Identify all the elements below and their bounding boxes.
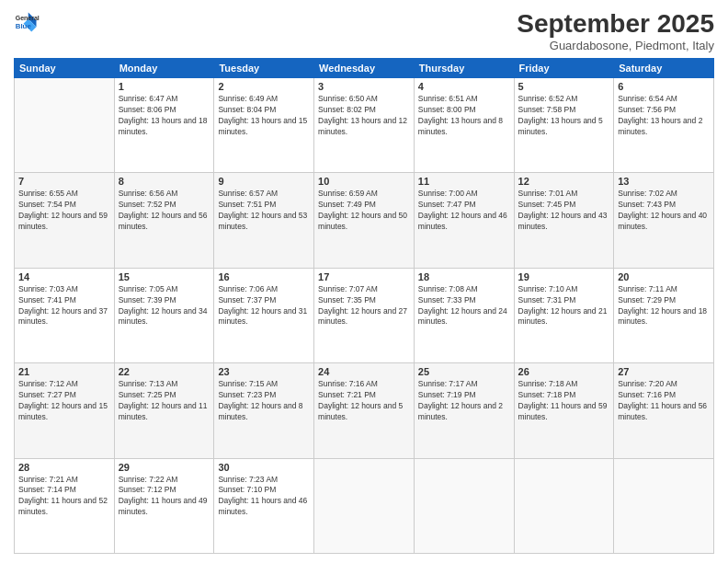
calendar-table: Sunday Monday Tuesday Wednesday Thursday… <box>14 58 714 554</box>
calendar-cell: 26 Sunrise: 7:18 AMSunset: 7:18 PMDaylig… <box>514 363 614 458</box>
month-title: September 2025 <box>517 9 714 39</box>
calendar-cell: 10 Sunrise: 6:59 AMSunset: 7:49 PMDaylig… <box>314 173 415 268</box>
day-info: Sunrise: 7:08 AMSunset: 7:33 PMDaylight:… <box>418 284 510 328</box>
calendar-cell: 21 Sunrise: 7:12 AMSunset: 7:27 PMDaylig… <box>15 363 115 458</box>
day-info: Sunrise: 7:01 AMSunset: 7:45 PMDaylight:… <box>518 189 610 233</box>
day-info: Sunrise: 6:54 AMSunset: 7:56 PMDaylight:… <box>618 94 710 138</box>
col-thursday: Thursday <box>414 59 514 78</box>
calendar-cell: 14 Sunrise: 7:03 AMSunset: 7:41 PMDaylig… <box>15 268 115 362</box>
calendar-cell <box>414 458 514 553</box>
day-number: 6 <box>618 81 710 92</box>
day-info: Sunrise: 7:05 AMSunset: 7:39 PMDaylight:… <box>119 284 210 328</box>
calendar-cell <box>314 458 415 553</box>
calendar-cell: 27 Sunrise: 7:20 AMSunset: 7:16 PMDaylig… <box>614 363 714 458</box>
day-number: 16 <box>218 271 310 282</box>
day-info: Sunrise: 7:02 AMSunset: 7:43 PMDaylight:… <box>618 189 710 233</box>
calendar-cell: 17 Sunrise: 7:07 AMSunset: 7:35 PMDaylig… <box>314 268 415 362</box>
day-number: 7 <box>18 176 110 187</box>
day-info: Sunrise: 6:50 AMSunset: 8:02 PMDaylight:… <box>318 94 410 138</box>
col-monday: Monday <box>114 59 214 78</box>
day-number: 2 <box>218 81 310 92</box>
day-number: 18 <box>418 271 510 282</box>
calendar-cell: 6 Sunrise: 6:54 AMSunset: 7:56 PMDayligh… <box>614 78 714 173</box>
header-row: Sunday Monday Tuesday Wednesday Thursday… <box>15 59 714 78</box>
calendar-cell <box>514 458 614 553</box>
day-info: Sunrise: 7:21 AMSunset: 7:14 PMDaylight:… <box>18 475 110 519</box>
day-info: Sunrise: 6:47 AMSunset: 8:06 PMDaylight:… <box>119 94 210 138</box>
day-number: 11 <box>418 176 510 187</box>
logo: General Blue <box>14 9 40 35</box>
day-info: Sunrise: 6:52 AMSunset: 7:58 PMDaylight:… <box>518 94 610 138</box>
day-info: Sunrise: 7:16 AMSunset: 7:21 PMDaylight:… <box>318 379 410 423</box>
logo-icon: General Blue <box>14 9 40 35</box>
calendar-week-row: 21 Sunrise: 7:12 AMSunset: 7:27 PMDaylig… <box>15 363 714 458</box>
col-saturday: Saturday <box>614 59 714 78</box>
calendar-cell: 16 Sunrise: 7:06 AMSunset: 7:37 PMDaylig… <box>214 268 314 362</box>
col-tuesday: Tuesday <box>214 59 314 78</box>
calendar-cell: 28 Sunrise: 7:21 AMSunset: 7:14 PMDaylig… <box>15 458 115 553</box>
day-number: 3 <box>318 81 410 92</box>
day-number: 19 <box>518 271 610 282</box>
day-info: Sunrise: 7:10 AMSunset: 7:31 PMDaylight:… <box>518 284 610 328</box>
calendar-cell: 7 Sunrise: 6:55 AMSunset: 7:54 PMDayligh… <box>15 173 115 268</box>
calendar-cell: 11 Sunrise: 7:00 AMSunset: 7:47 PMDaylig… <box>414 173 514 268</box>
calendar-cell: 3 Sunrise: 6:50 AMSunset: 8:02 PMDayligh… <box>314 78 415 173</box>
day-info: Sunrise: 7:22 AMSunset: 7:12 PMDaylight:… <box>119 475 210 519</box>
calendar-cell: 15 Sunrise: 7:05 AMSunset: 7:39 PMDaylig… <box>114 268 214 362</box>
calendar-week-row: 28 Sunrise: 7:21 AMSunset: 7:14 PMDaylig… <box>15 458 714 553</box>
day-info: Sunrise: 7:15 AMSunset: 7:23 PMDaylight:… <box>218 379 310 423</box>
calendar-cell: 1 Sunrise: 6:47 AMSunset: 8:06 PMDayligh… <box>114 78 214 173</box>
calendar-week-row: 14 Sunrise: 7:03 AMSunset: 7:41 PMDaylig… <box>15 268 714 362</box>
day-info: Sunrise: 7:00 AMSunset: 7:47 PMDaylight:… <box>418 189 510 233</box>
day-number: 10 <box>318 176 410 187</box>
day-info: Sunrise: 6:55 AMSunset: 7:54 PMDaylight:… <box>18 189 110 233</box>
day-number: 21 <box>18 366 110 377</box>
calendar-cell: 22 Sunrise: 7:13 AMSunset: 7:25 PMDaylig… <box>114 363 214 458</box>
day-number: 22 <box>119 366 210 377</box>
day-number: 8 <box>119 176 210 187</box>
calendar-cell: 12 Sunrise: 7:01 AMSunset: 7:45 PMDaylig… <box>514 173 614 268</box>
calendar-cell: 25 Sunrise: 7:17 AMSunset: 7:19 PMDaylig… <box>414 363 514 458</box>
location: Guardabosone, Piedmont, Italy <box>517 39 714 52</box>
day-number: 27 <box>618 366 710 377</box>
calendar-cell <box>614 458 714 553</box>
calendar-cell <box>15 78 115 173</box>
day-number: 13 <box>618 176 710 187</box>
calendar-week-row: 7 Sunrise: 6:55 AMSunset: 7:54 PMDayligh… <box>15 173 714 268</box>
day-info: Sunrise: 7:18 AMSunset: 7:18 PMDaylight:… <box>518 379 610 423</box>
col-sunday: Sunday <box>15 59 115 78</box>
day-info: Sunrise: 6:57 AMSunset: 7:51 PMDaylight:… <box>218 189 310 233</box>
page: General Blue September 2025 Guardabosone… <box>0 0 728 563</box>
day-info: Sunrise: 6:49 AMSunset: 8:04 PMDaylight:… <box>218 94 310 138</box>
day-info: Sunrise: 7:07 AMSunset: 7:35 PMDaylight:… <box>318 284 410 328</box>
day-number: 25 <box>418 366 510 377</box>
day-info: Sunrise: 7:23 AMSunset: 7:10 PMDaylight:… <box>218 475 310 519</box>
col-wednesday: Wednesday <box>314 59 415 78</box>
day-number: 1 <box>119 81 210 92</box>
day-number: 17 <box>318 271 410 282</box>
calendar-cell: 23 Sunrise: 7:15 AMSunset: 7:23 PMDaylig… <box>214 363 314 458</box>
day-number: 5 <box>518 81 610 92</box>
day-number: 9 <box>218 176 310 187</box>
day-info: Sunrise: 6:51 AMSunset: 8:00 PMDaylight:… <box>418 94 510 138</box>
day-number: 14 <box>18 271 110 282</box>
day-info: Sunrise: 7:17 AMSunset: 7:19 PMDaylight:… <box>418 379 510 423</box>
calendar-cell: 4 Sunrise: 6:51 AMSunset: 8:00 PMDayligh… <box>414 78 514 173</box>
calendar-cell: 5 Sunrise: 6:52 AMSunset: 7:58 PMDayligh… <box>514 78 614 173</box>
svg-text:Blue: Blue <box>16 22 32 30</box>
calendar-cell: 20 Sunrise: 7:11 AMSunset: 7:29 PMDaylig… <box>614 268 714 362</box>
calendar-week-row: 1 Sunrise: 6:47 AMSunset: 8:06 PMDayligh… <box>15 78 714 173</box>
svg-text:General: General <box>16 15 40 21</box>
day-info: Sunrise: 6:56 AMSunset: 7:52 PMDaylight:… <box>119 189 210 233</box>
header: General Blue September 2025 Guardabosone… <box>14 9 714 52</box>
calendar-cell: 24 Sunrise: 7:16 AMSunset: 7:21 PMDaylig… <box>314 363 415 458</box>
calendar-cell: 8 Sunrise: 6:56 AMSunset: 7:52 PMDayligh… <box>114 173 214 268</box>
day-info: Sunrise: 7:20 AMSunset: 7:16 PMDaylight:… <box>618 379 710 423</box>
day-number: 4 <box>418 81 510 92</box>
calendar-cell: 9 Sunrise: 6:57 AMSunset: 7:51 PMDayligh… <box>214 173 314 268</box>
day-info: Sunrise: 7:13 AMSunset: 7:25 PMDaylight:… <box>119 379 210 423</box>
day-info: Sunrise: 7:11 AMSunset: 7:29 PMDaylight:… <box>618 284 710 328</box>
day-number: 20 <box>618 271 710 282</box>
day-info: Sunrise: 7:06 AMSunset: 7:37 PMDaylight:… <box>218 284 310 328</box>
day-number: 12 <box>518 176 610 187</box>
